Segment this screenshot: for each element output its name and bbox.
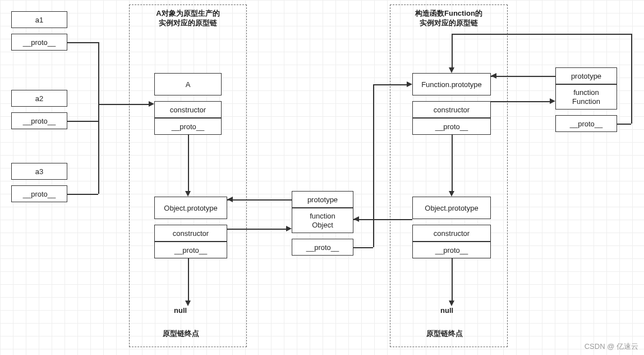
arrow-func-loop (449, 67, 454, 73)
line-left-null (188, 258, 189, 301)
arrow-right-null (449, 301, 454, 306)
line-obj-proto-left (227, 199, 292, 201)
left-objproto-proto: __proto__ (154, 242, 227, 258)
arrow-a-down (185, 191, 191, 197)
line-funcproto-down (452, 135, 453, 191)
a1-name: a1 (11, 11, 67, 28)
line-mid-to-right-obj (353, 219, 412, 220)
arrow-left-cons-right (286, 226, 292, 231)
left-objproto-cons: constructor (154, 225, 227, 242)
line-left-cons-right (227, 229, 286, 230)
func-prototype: prototype (555, 67, 617, 84)
left-null: null (174, 306, 187, 315)
line-right-null (452, 258, 453, 301)
arrow-obj-proto-left (227, 197, 233, 202)
line-func-loop-down (452, 34, 453, 67)
arrow-left-null (185, 301, 191, 306)
arrow-funcproto-cons-right (550, 98, 555, 104)
line-func-proto-left (491, 76, 555, 77)
a3-proto: __proto__ (11, 185, 67, 202)
arrow-funcproto-down (449, 191, 454, 197)
title-left: A对象为原型生产的 实例对应的原型链 (135, 9, 241, 28)
arrow-obj-to-funcproto (407, 81, 412, 87)
title-right: 构造函数Function的 实例对应的原型链 (395, 9, 502, 28)
funcproto-name: Function.prototype (412, 73, 491, 95)
a3-name: a3 (11, 163, 67, 180)
a-constructor: constructor (154, 101, 222, 118)
func-proto: __proto__ (555, 115, 617, 132)
line-func-loop-v (631, 34, 632, 124)
line-a2-h (67, 121, 98, 122)
watermark: CSDN @ 亿速云 (585, 342, 638, 352)
obj-proto: __proto__ (292, 239, 353, 256)
func-name: function Function (555, 84, 617, 110)
line-merge-v (98, 104, 99, 121)
a-name: A (154, 73, 222, 95)
left-endpoint: 原型链终点 (163, 329, 199, 339)
arrow-to-a (149, 101, 154, 107)
line-obj-proto-r3 (373, 84, 407, 85)
arrow-func-proto-left (491, 73, 496, 79)
line-a-down (188, 135, 189, 191)
a2-proto: __proto__ (11, 112, 67, 129)
a2-name: a2 (11, 90, 67, 107)
line-a3-v (98, 121, 99, 194)
left-objproto-name: Object.prototype (154, 197, 227, 219)
funcproto-cons: constructor (412, 101, 491, 118)
a1-proto: __proto__ (11, 34, 67, 51)
right-objproto-name: Object.prototype (412, 197, 491, 219)
obj-prototype: prototype (292, 191, 353, 208)
right-objproto-cons: constructor (412, 225, 491, 242)
line-obj-proto-r1 (353, 247, 373, 248)
line-funcproto-cons-right (491, 101, 550, 102)
line-a3-h (67, 194, 98, 195)
line-merge-to-a (98, 104, 149, 105)
line-obj-proto-r2 (373, 84, 374, 247)
a-proto: __proto__ (154, 118, 222, 135)
right-endpoint: 原型链终点 (426, 329, 463, 339)
right-objproto-proto: __proto__ (412, 242, 491, 258)
right-null: null (440, 306, 453, 315)
line-func-proto-out (617, 124, 631, 125)
obj-name: function Object (292, 208, 353, 233)
funcproto-proto: __proto__ (412, 118, 491, 135)
frame-right (390, 4, 508, 347)
line-func-loop-top (452, 34, 631, 35)
line-a1-h (67, 42, 98, 43)
arrow-right-cons-mid (353, 216, 359, 222)
